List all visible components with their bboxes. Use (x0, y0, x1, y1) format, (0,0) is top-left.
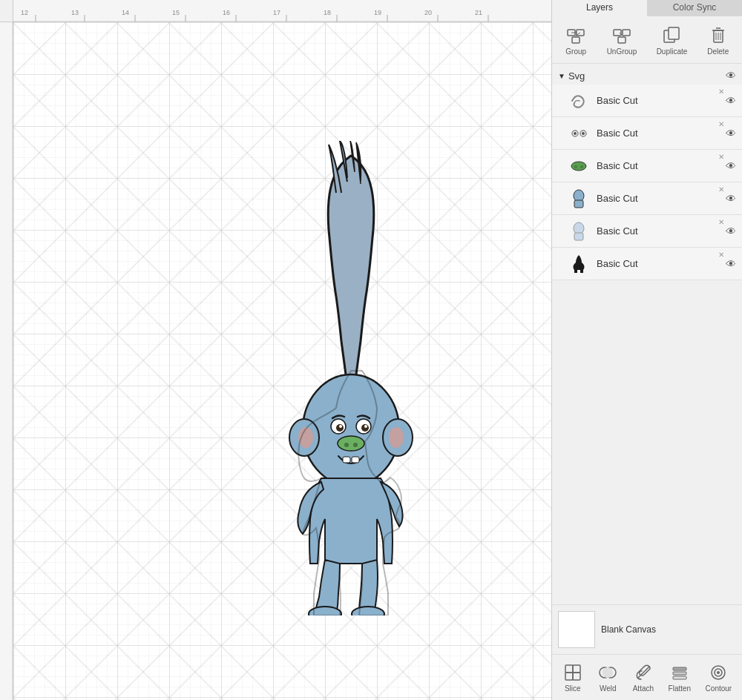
flatten-button[interactable]: Flatten (664, 659, 696, 696)
layer-thumbnail-1 (567, 89, 591, 113)
layer-visibility-icon[interactable]: 👁 (726, 225, 736, 237)
svg-text:16: 16 (223, 9, 230, 16)
svg-point-34 (344, 443, 349, 447)
svg-point-39 (352, 607, 384, 615)
right-panel: Layers Color Sync Grou (551, 0, 742, 700)
svg-point-32 (364, 425, 367, 428)
svg-rect-77 (673, 676, 686, 679)
layer-visibility-icon[interactable]: 👁 (726, 160, 736, 172)
svg-point-33 (338, 436, 364, 451)
ruler-corner (0, 0, 13, 22)
svg-rect-37 (352, 457, 359, 463)
layer-close-icon[interactable]: ✕ (718, 153, 724, 161)
attach-icon (633, 662, 654, 683)
ungroup-button[interactable]: UnGroup (603, 21, 642, 59)
layer-item[interactable]: Basic Cut ✕ 👁 (552, 182, 742, 215)
app-container: 12 13 14 15 16 17 18 19 20 (0, 0, 742, 700)
svg-group-header[interactable]: ▼ Svg 👁 (552, 67, 742, 85)
tab-layers[interactable]: Layers (552, 0, 647, 16)
svg-text:12: 12 (21, 9, 28, 16)
weld-icon (597, 662, 618, 683)
ruler-top: 12 13 14 15 16 17 18 19 20 (13, 0, 551, 22)
layer-close-icon[interactable]: ✕ (718, 251, 724, 259)
layer-item[interactable]: Basic Cut ✕ 👁 (552, 215, 742, 248)
group-icon (565, 24, 587, 46)
svg-point-64 (580, 165, 583, 168)
svg-point-62 (571, 162, 586, 171)
bottom-toolbar: Slice Weld Attach (552, 654, 742, 700)
contour-button[interactable]: Contour (701, 659, 737, 696)
tabs-header: Layers Color Sync (552, 0, 742, 16)
layers-toolbar: Group UnGroup (552, 16, 742, 64)
layer-thumbnail-4 (567, 187, 591, 211)
svg-rect-76 (673, 672, 686, 675)
layer-thumbnail-3 (567, 154, 591, 178)
layer-visibility-icon[interactable]: 👁 (726, 258, 736, 270)
weld-button[interactable]: Weld (593, 659, 623, 696)
svg-text:20: 20 (424, 9, 432, 16)
svg-rect-75 (673, 667, 686, 670)
ruler-left (0, 22, 13, 700)
group-button[interactable]: Group (560, 21, 591, 59)
delete-button[interactable]: Delete (703, 21, 734, 59)
svg-rect-36 (343, 457, 350, 463)
svg-rect-66 (574, 200, 583, 208)
layer-item[interactable]: Basic Cut ✕ 👁 (552, 117, 742, 150)
layer-thumbnail-6 (567, 252, 591, 276)
svg-text:17: 17 (273, 9, 280, 16)
svg-point-26 (389, 427, 404, 448)
svg-point-61 (582, 132, 585, 135)
svg-rect-69 (565, 665, 573, 673)
delete-icon (707, 24, 729, 46)
layer-item[interactable]: Basic Cut ✕ 👁 (552, 248, 742, 280)
svg-text:21: 21 (475, 9, 482, 16)
blank-canvas-thumbnail (558, 611, 595, 648)
svg-rect-48 (618, 37, 626, 43)
svg-point-80 (717, 671, 720, 674)
layer-thumbnail-2 (567, 122, 591, 145)
layer-close-icon[interactable]: ✕ (718, 218, 724, 226)
svg-point-63 (574, 165, 577, 168)
layer-item[interactable]: Basic Cut ✕ 👁 (552, 85, 742, 117)
svg-text:15: 15 (172, 9, 180, 16)
troll-svg (273, 141, 429, 615)
canvas-grid[interactable] (13, 22, 551, 700)
layer-visibility-icon[interactable]: 👁 (726, 95, 736, 107)
canvas-area: 12 13 14 15 16 17 18 19 20 (0, 0, 551, 700)
svg-rect-51 (669, 27, 679, 39)
layer-item[interactable]: Basic Cut ✕ 👁 (552, 150, 742, 182)
svg-rect-72 (573, 673, 580, 680)
svg-rect-42 (572, 37, 580, 43)
collapse-arrow: ▼ (558, 72, 565, 80)
svg-rect-70 (573, 665, 580, 673)
layer-visibility-icon[interactable]: 👁 (726, 193, 736, 205)
layer-visibility-icon[interactable]: 👁 (726, 128, 736, 139)
tab-color-sync[interactable]: Color Sync (647, 0, 742, 16)
svg-rect-47 (623, 30, 630, 36)
svg-point-31 (339, 425, 342, 428)
flatten-icon (669, 662, 690, 683)
slice-button[interactable]: Slice (558, 659, 588, 696)
svg-text:18: 18 (324, 9, 331, 16)
ungroup-icon (611, 24, 633, 46)
attach-button[interactable]: Attach (628, 659, 658, 696)
layers-panel: ▼ Svg 👁 Basic Cut ✕ 👁 (552, 64, 742, 604)
blank-canvas-section[interactable]: Blank Canvas (552, 604, 742, 654)
blank-canvas-label: Blank Canvas (601, 624, 656, 635)
duplicate-icon (660, 24, 683, 46)
layer-close-icon[interactable]: ✕ (718, 120, 724, 128)
contour-icon (708, 662, 729, 683)
group-visibility-icon[interactable]: 👁 (726, 70, 736, 82)
svg-text:19: 19 (374, 9, 381, 16)
layer-close-icon[interactable]: ✕ (718, 88, 724, 96)
layer-close-icon[interactable]: ✕ (718, 185, 724, 194)
svg-rect-71 (565, 673, 573, 680)
svg-rect-68 (574, 233, 583, 240)
layer-thumbnail-5 (567, 219, 591, 243)
duplicate-button[interactable]: Duplicate (652, 21, 692, 59)
troll-character (273, 141, 429, 615)
svg-text:14: 14 (122, 9, 129, 16)
slice-icon (562, 662, 583, 683)
svg-point-59 (574, 132, 577, 135)
svg-text:13: 13 (71, 9, 79, 16)
